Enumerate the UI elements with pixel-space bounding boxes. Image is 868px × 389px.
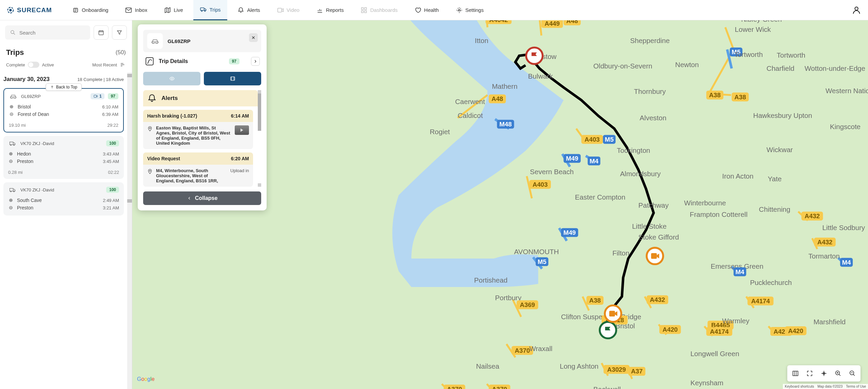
trip-card[interactable]: VK70 ZKJ -David 100 South Cave2:49 AM Pr… (3, 182, 124, 216)
trip-details-row[interactable]: Trip Details 97 (143, 52, 261, 70)
fullscreen-button[interactable] (804, 367, 816, 380)
nav-settings[interactable]: Settings (449, 0, 490, 20)
svg-text:A3029: A3029 (607, 366, 626, 373)
sidebar-scrollbar[interactable] (127, 73, 132, 389)
back-to-top-button[interactable]: Back to Top (45, 83, 81, 91)
trip-card[interactable]: GL69ZRP 197 Bristol6:10 AM Forest of Dea… (3, 88, 124, 132)
nav-alerts[interactable]: Alerts (231, 0, 267, 20)
alert-status: Upload in (230, 168, 249, 183)
svg-text:Iron Acton: Iron Acton (722, 172, 754, 180)
nav-live[interactable]: Live (157, 0, 190, 20)
logo[interactable]: SURECAM (7, 6, 52, 14)
alert-location: M4, Winterbourne, South Gloucestershire,… (156, 168, 227, 183)
map-type-button[interactable] (789, 367, 802, 380)
tab-video[interactable] (204, 72, 261, 85)
svg-text:A4174: A4174 (710, 328, 729, 335)
alerts-scrollbar[interactable] (258, 90, 261, 187)
sidebar: Trips (50) Complete Active Most Recent J… (0, 20, 132, 389)
alerts-list[interactable]: Harsh braking (-1.027)6:14 AM Easton Way… (143, 106, 258, 187)
nav-trips[interactable]: Trips (193, 0, 228, 20)
chevron-right-icon (253, 59, 258, 64)
calendar-icon (98, 29, 104, 36)
map-icon (792, 370, 799, 377)
nav-onboarding[interactable]: Onboarding (65, 0, 115, 20)
pin-icon (147, 126, 153, 131)
marker-start[interactable] (600, 322, 616, 339)
svg-text:Severn Beach: Severn Beach (530, 168, 574, 176)
map[interactable]: NewchurchA4042A449A48NewportNibley Green… (132, 20, 868, 389)
trip-list[interactable]: January 30, 2023 18 Complete | 18 Active… (0, 73, 127, 389)
search-box[interactable] (5, 25, 90, 40)
svg-text:Hawkesbury Upton: Hawkesbury Upton (753, 111, 812, 119)
marker-video-2[interactable] (605, 305, 621, 322)
svg-text:M4: M4 (735, 268, 745, 275)
svg-text:A370: A370 (492, 386, 507, 389)
svg-text:M48: M48 (499, 121, 512, 128)
close-button[interactable] (249, 33, 258, 42)
svg-text:Newton: Newton (675, 61, 699, 68)
zoom-out-button[interactable] (846, 367, 859, 380)
svg-text:Longwell Green: Longwell Green (690, 350, 739, 357)
svg-text:A370: A370 (447, 386, 462, 389)
map-controls (787, 365, 861, 382)
zoom-in-button[interactable] (832, 367, 844, 380)
marker-end[interactable] (526, 47, 543, 64)
tab-view[interactable] (143, 72, 200, 85)
bell-icon (147, 94, 157, 103)
profile-icon[interactable] (852, 5, 861, 15)
end-time: 6:39 AM (102, 112, 118, 117)
status-toggle[interactable] (28, 62, 39, 68)
crosshair-icon (821, 370, 827, 377)
svg-text:A48: A48 (566, 20, 578, 24)
vehicle-icon (8, 186, 17, 193)
sort-button[interactable]: Most Recent (92, 62, 126, 68)
svg-text:Stoke Gifford: Stoke Gifford (638, 233, 679, 241)
top-nav: SURECAM OnboardingInboxLiveTripsAlertsVi… (0, 0, 868, 20)
trip-card[interactable]: VK70 ZKJ -David 100 Hedon3:43 AM Preston… (3, 136, 124, 179)
svg-text:A48: A48 (491, 95, 503, 102)
alert-location: Easton Way, Baptist Mills, St Agnes, Bri… (156, 125, 231, 146)
alert-card[interactable]: Harsh braking (-1.027)6:14 AM Easton Way… (143, 110, 253, 149)
start-place: Hedon (17, 151, 31, 157)
car-icon (150, 37, 160, 45)
alerts-icon (237, 7, 244, 14)
nav-inbox[interactable]: Inbox (118, 0, 154, 20)
toggle-label-active: Active (42, 62, 54, 67)
pin-icon (147, 169, 153, 174)
eye-icon (169, 76, 175, 81)
vehicle-icon-box (147, 33, 163, 49)
nav-health[interactable]: Health (408, 0, 445, 20)
nav-reports[interactable]: Reports (310, 0, 351, 20)
svg-text:Tortworth: Tortworth (777, 51, 806, 59)
marker-video-1[interactable] (647, 248, 663, 264)
filter-button[interactable] (112, 25, 127, 40)
film-icon (229, 76, 236, 81)
calendar-button[interactable] (94, 25, 109, 40)
svg-text:Nibley Green: Nibley Green (741, 20, 782, 23)
svg-text:Patchway: Patchway (638, 201, 669, 209)
svg-text:Portbury: Portbury (495, 294, 522, 302)
sort-icon (120, 62, 126, 68)
arrow-up-icon (50, 85, 54, 89)
date-sub: 18 Complete | 18 Active (77, 77, 124, 82)
svg-point-30 (9, 9, 12, 11)
nav-items: OnboardingInboxLiveTripsAlertsVideoRepor… (65, 0, 490, 20)
fullscreen-icon (806, 370, 813, 377)
search-input[interactable] (19, 30, 85, 36)
alert-card[interactable]: Video Request6:20 AM M4, Winterbourne, S… (143, 152, 253, 187)
recenter-button[interactable] (818, 367, 830, 380)
alerts-title: Alerts (161, 95, 178, 102)
svg-text:M49: M49 (563, 229, 576, 236)
collapse-button[interactable]: Collapse (143, 191, 261, 205)
trip-vehicle-name: VK70 ZKJ -David (20, 141, 103, 146)
svg-text:Shepperdine: Shepperdine (630, 37, 670, 44)
alert-video-thumb[interactable] (235, 125, 249, 135)
expand-details-button[interactable] (251, 57, 260, 66)
trip-duration: 29:22 (107, 123, 118, 128)
end-place: Preston (17, 205, 33, 210)
svg-text:A369: A369 (520, 301, 535, 308)
svg-text:Winterbourne: Winterbourne (684, 199, 726, 207)
trip-vehicle-name: VK70 ZKJ -David (20, 187, 103, 192)
svg-text:Tortworth: Tortworth (734, 50, 763, 58)
trip-vehicle-name: GL69ZRP (21, 94, 87, 99)
